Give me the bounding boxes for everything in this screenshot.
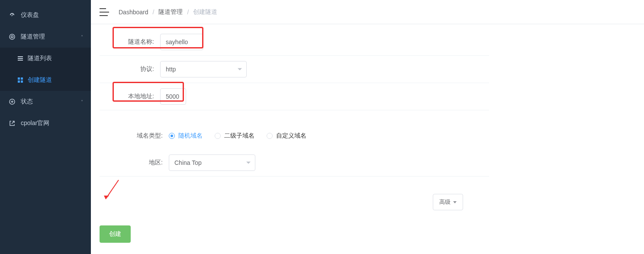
topbar: Dashboard / 隧道管理 / 创建隧道 — [91, 0, 644, 24]
row-domain-type: 域名类型: 随机域名 二级子域名 自定义域名 — [100, 122, 489, 149]
svg-rect-3 — [18, 58, 23, 59]
chevron-down-icon — [238, 68, 242, 71]
menu-toggle-icon[interactable] — [100, 8, 109, 16]
label-domain-type: 域名类型: — [100, 132, 169, 140]
tunnel-icon — [9, 33, 16, 40]
svg-point-1 — [11, 36, 13, 38]
advanced-button-label: 高级 — [439, 198, 451, 206]
radio-label-custom: 自定义域名 — [276, 132, 306, 140]
svg-rect-7 — [18, 80, 20, 83]
content: 隧道名称: 协议: http 本地地址: — [91, 24, 644, 254]
advanced-button[interactable]: 高级 — [433, 194, 463, 210]
radio-dot-icon — [215, 133, 221, 139]
sidebar: 仪表盘 隧道管理 ˄ 隧道列表 创建隧道 状态 ˅ cpolar官网 — [0, 0, 91, 254]
dashboard-icon — [9, 12, 16, 19]
tunnel-form: 隧道名称: 协议: http 本地地址: — [100, 29, 489, 243]
svg-rect-8 — [21, 80, 23, 83]
sidebar-item-dashboard[interactable]: 仪表盘 — [0, 4, 91, 26]
svg-point-0 — [10, 34, 15, 39]
region-select-value: China Top — [174, 159, 202, 166]
crumb-separator: / — [153, 9, 155, 16]
radio-random-domain[interactable]: 随机域名 — [169, 132, 203, 140]
crumb-tunnel-mgmt[interactable]: 隧道管理 — [158, 8, 183, 16]
create-button[interactable]: 创建 — [100, 225, 131, 243]
label-tunnel-name: 隧道名称: — [100, 38, 160, 46]
radio-label-sub: 二级子域名 — [224, 132, 254, 140]
sidebar-item-site[interactable]: cpolar官网 — [0, 113, 91, 134]
create-button-label: 创建 — [109, 230, 121, 237]
main: Dashboard / 隧道管理 / 创建隧道 隧道名称: 协议: http — [91, 0, 644, 254]
sidebar-label-status: 状态 — [21, 98, 33, 106]
sidebar-item-status[interactable]: 状态 ˅ — [0, 91, 91, 113]
crumb-create-tunnel: 创建隧道 — [193, 8, 217, 16]
sidebar-item-tunnel-create[interactable]: 创建隧道 — [0, 69, 91, 91]
protocol-select[interactable]: http — [160, 61, 247, 77]
sidebar-label-site: cpolar官网 — [21, 119, 49, 127]
sidebar-label-dashboard: 仪表盘 — [21, 11, 39, 19]
radio-sub-domain[interactable]: 二级子域名 — [215, 132, 254, 140]
protocol-select-value: http — [166, 66, 176, 73]
radio-custom-domain[interactable]: 自定义域名 — [267, 132, 306, 140]
grid-icon — [17, 77, 23, 83]
tunnel-name-input[interactable] — [160, 34, 203, 50]
sidebar-label-tunnel-list: 隧道列表 — [28, 55, 52, 62]
label-protocol: 协议: — [100, 65, 160, 73]
svg-rect-4 — [18, 60, 23, 61]
chevron-up-icon: ˄ — [81, 35, 83, 39]
crumb-separator: / — [187, 9, 189, 16]
sidebar-label-tunnel-create: 创建隧道 — [28, 76, 52, 84]
row-tunnel-name: 隧道名称: — [100, 29, 489, 56]
svg-rect-6 — [21, 77, 23, 80]
chevron-down-icon — [246, 162, 251, 164]
crumb-dashboard[interactable]: Dashboard — [119, 9, 148, 16]
caret-down-icon — [453, 201, 457, 203]
sidebar-item-tunnel[interactable]: 隧道管理 ˄ — [0, 26, 91, 48]
external-link-icon — [9, 120, 16, 127]
svg-rect-2 — [18, 56, 23, 57]
radio-label-random: 随机域名 — [178, 132, 203, 140]
breadcrumb: Dashboard / 隧道管理 / 创建隧道 — [119, 8, 217, 16]
sidebar-label-tunnel: 隧道管理 — [21, 33, 45, 41]
label-local-addr: 本地地址: — [100, 93, 160, 100]
row-region: 地区: China Top — [100, 149, 489, 177]
row-local-addr: 本地地址: — [100, 83, 489, 110]
chevron-down-icon: ˅ — [81, 100, 83, 104]
row-protocol: 协议: http — [100, 56, 489, 83]
status-icon — [9, 98, 16, 105]
label-region: 地区: — [100, 159, 169, 167]
local-addr-input[interactable] — [160, 88, 186, 105]
svg-rect-5 — [18, 77, 20, 80]
list-icon — [17, 55, 23, 61]
radio-dot-icon — [267, 133, 273, 139]
region-select[interactable]: China Top — [169, 154, 255, 171]
sidebar-item-tunnel-list[interactable]: 隧道列表 — [0, 48, 91, 69]
row-advanced: 高级 — [100, 194, 489, 210]
radio-dot-icon — [169, 133, 175, 139]
